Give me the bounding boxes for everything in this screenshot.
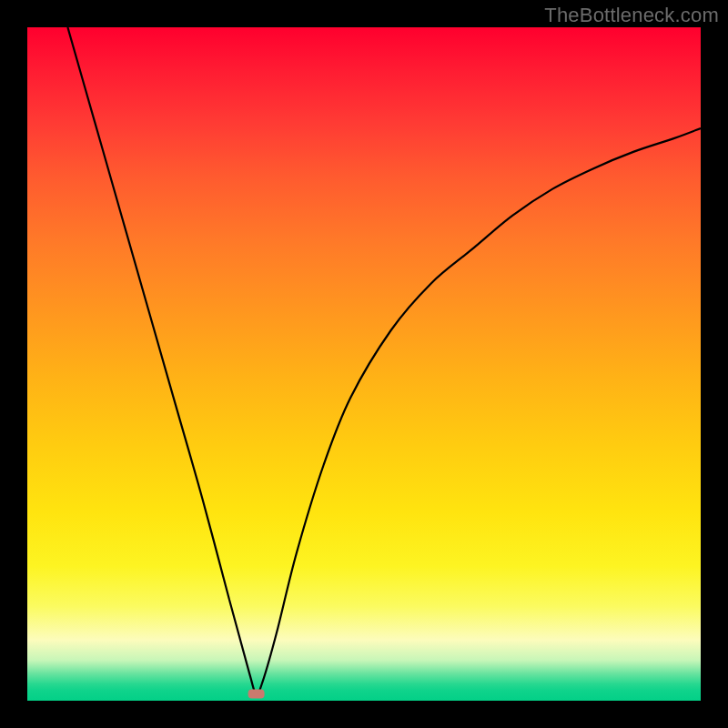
minimum-marker [248,690,265,699]
watermark-text: TheBottleneck.com [544,4,719,27]
chart-frame: TheBottleneck.com [0,0,728,728]
bottleneck-curve [67,27,701,694]
plot-area [27,27,701,701]
chart-svg [27,27,701,701]
